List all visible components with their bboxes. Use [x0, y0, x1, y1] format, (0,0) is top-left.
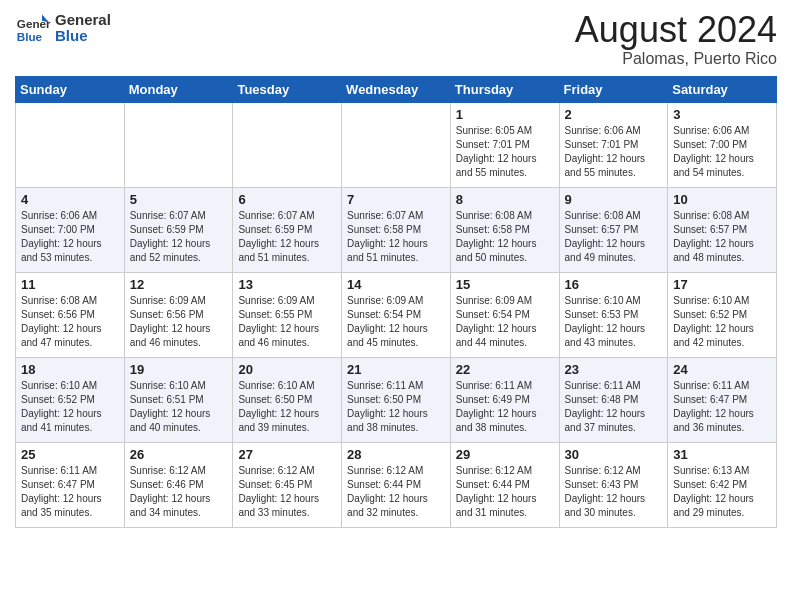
- weekday-header-row: SundayMondayTuesdayWednesdayThursdayFrid…: [16, 76, 777, 102]
- cell-info: Sunrise: 6:10 AM Sunset: 6:51 PM Dayligh…: [130, 379, 228, 435]
- week-row-5: 25Sunrise: 6:11 AM Sunset: 6:47 PM Dayli…: [16, 442, 777, 527]
- weekday-header-wednesday: Wednesday: [342, 76, 451, 102]
- cell-info: Sunrise: 6:11 AM Sunset: 6:49 PM Dayligh…: [456, 379, 554, 435]
- cell-info: Sunrise: 6:13 AM Sunset: 6:42 PM Dayligh…: [673, 464, 771, 520]
- calendar-cell: 10Sunrise: 6:08 AM Sunset: 6:57 PM Dayli…: [668, 187, 777, 272]
- day-number: 27: [238, 447, 336, 462]
- cell-info: Sunrise: 6:08 AM Sunset: 6:58 PM Dayligh…: [456, 209, 554, 265]
- calendar-cell: 15Sunrise: 6:09 AM Sunset: 6:54 PM Dayli…: [450, 272, 559, 357]
- calendar-cell: 22Sunrise: 6:11 AM Sunset: 6:49 PM Dayli…: [450, 357, 559, 442]
- header: General Blue General Blue August 2024 Pa…: [15, 10, 777, 68]
- day-number: 6: [238, 192, 336, 207]
- day-number: 7: [347, 192, 445, 207]
- day-number: 28: [347, 447, 445, 462]
- calendar-cell: 9Sunrise: 6:08 AM Sunset: 6:57 PM Daylig…: [559, 187, 668, 272]
- cell-info: Sunrise: 6:08 AM Sunset: 6:56 PM Dayligh…: [21, 294, 119, 350]
- calendar-cell: 16Sunrise: 6:10 AM Sunset: 6:53 PM Dayli…: [559, 272, 668, 357]
- week-row-4: 18Sunrise: 6:10 AM Sunset: 6:52 PM Dayli…: [16, 357, 777, 442]
- cell-info: Sunrise: 6:11 AM Sunset: 6:50 PM Dayligh…: [347, 379, 445, 435]
- cell-info: Sunrise: 6:12 AM Sunset: 6:43 PM Dayligh…: [565, 464, 663, 520]
- day-number: 24: [673, 362, 771, 377]
- day-number: 4: [21, 192, 119, 207]
- calendar-cell: 26Sunrise: 6:12 AM Sunset: 6:46 PM Dayli…: [124, 442, 233, 527]
- day-number: 19: [130, 362, 228, 377]
- calendar-cell: 4Sunrise: 6:06 AM Sunset: 7:00 PM Daylig…: [16, 187, 125, 272]
- calendar-cell: 13Sunrise: 6:09 AM Sunset: 6:55 PM Dayli…: [233, 272, 342, 357]
- svg-text:Blue: Blue: [17, 30, 43, 43]
- cell-info: Sunrise: 6:10 AM Sunset: 6:50 PM Dayligh…: [238, 379, 336, 435]
- weekday-header-tuesday: Tuesday: [233, 76, 342, 102]
- calendar-cell: [342, 102, 451, 187]
- cell-info: Sunrise: 6:12 AM Sunset: 6:44 PM Dayligh…: [456, 464, 554, 520]
- calendar-cell: 2Sunrise: 6:06 AM Sunset: 7:01 PM Daylig…: [559, 102, 668, 187]
- day-number: 16: [565, 277, 663, 292]
- day-number: 15: [456, 277, 554, 292]
- cell-info: Sunrise: 6:06 AM Sunset: 7:00 PM Dayligh…: [673, 124, 771, 180]
- cell-info: Sunrise: 6:07 AM Sunset: 6:59 PM Dayligh…: [238, 209, 336, 265]
- calendar-cell: 28Sunrise: 6:12 AM Sunset: 6:44 PM Dayli…: [342, 442, 451, 527]
- cell-info: Sunrise: 6:05 AM Sunset: 7:01 PM Dayligh…: [456, 124, 554, 180]
- calendar-cell: 6Sunrise: 6:07 AM Sunset: 6:59 PM Daylig…: [233, 187, 342, 272]
- calendar-cell: 8Sunrise: 6:08 AM Sunset: 6:58 PM Daylig…: [450, 187, 559, 272]
- calendar-cell: 30Sunrise: 6:12 AM Sunset: 6:43 PM Dayli…: [559, 442, 668, 527]
- day-number: 11: [21, 277, 119, 292]
- day-number: 17: [673, 277, 771, 292]
- day-number: 12: [130, 277, 228, 292]
- calendar-cell: 1Sunrise: 6:05 AM Sunset: 7:01 PM Daylig…: [450, 102, 559, 187]
- calendar-cell: 21Sunrise: 6:11 AM Sunset: 6:50 PM Dayli…: [342, 357, 451, 442]
- month-year: August 2024: [575, 10, 777, 50]
- location: Palomas, Puerto Rico: [575, 50, 777, 68]
- week-row-3: 11Sunrise: 6:08 AM Sunset: 6:56 PM Dayli…: [16, 272, 777, 357]
- weekday-header-sunday: Sunday: [16, 76, 125, 102]
- cell-info: Sunrise: 6:10 AM Sunset: 6:52 PM Dayligh…: [21, 379, 119, 435]
- day-number: 8: [456, 192, 554, 207]
- calendar-cell: 24Sunrise: 6:11 AM Sunset: 6:47 PM Dayli…: [668, 357, 777, 442]
- calendar-cell: 11Sunrise: 6:08 AM Sunset: 6:56 PM Dayli…: [16, 272, 125, 357]
- cell-info: Sunrise: 6:12 AM Sunset: 6:46 PM Dayligh…: [130, 464, 228, 520]
- calendar-body: 1Sunrise: 6:05 AM Sunset: 7:01 PM Daylig…: [16, 102, 777, 527]
- cell-info: Sunrise: 6:10 AM Sunset: 6:52 PM Dayligh…: [673, 294, 771, 350]
- calendar-cell: 14Sunrise: 6:09 AM Sunset: 6:54 PM Dayli…: [342, 272, 451, 357]
- calendar-cell: 31Sunrise: 6:13 AM Sunset: 6:42 PM Dayli…: [668, 442, 777, 527]
- calendar-table: SundayMondayTuesdayWednesdayThursdayFrid…: [15, 76, 777, 528]
- day-number: 30: [565, 447, 663, 462]
- calendar-cell: 19Sunrise: 6:10 AM Sunset: 6:51 PM Dayli…: [124, 357, 233, 442]
- day-number: 14: [347, 277, 445, 292]
- calendar-cell: [124, 102, 233, 187]
- calendar-cell: 23Sunrise: 6:11 AM Sunset: 6:48 PM Dayli…: [559, 357, 668, 442]
- cell-info: Sunrise: 6:12 AM Sunset: 6:44 PM Dayligh…: [347, 464, 445, 520]
- day-number: 13: [238, 277, 336, 292]
- calendar-cell: 5Sunrise: 6:07 AM Sunset: 6:59 PM Daylig…: [124, 187, 233, 272]
- weekday-header-monday: Monday: [124, 76, 233, 102]
- cell-info: Sunrise: 6:09 AM Sunset: 6:54 PM Dayligh…: [347, 294, 445, 350]
- day-number: 10: [673, 192, 771, 207]
- day-number: 21: [347, 362, 445, 377]
- calendar-cell: 29Sunrise: 6:12 AM Sunset: 6:44 PM Dayli…: [450, 442, 559, 527]
- logo: General Blue General Blue: [15, 10, 111, 46]
- calendar-cell: [16, 102, 125, 187]
- calendar-cell: 7Sunrise: 6:07 AM Sunset: 6:58 PM Daylig…: [342, 187, 451, 272]
- day-number: 25: [21, 447, 119, 462]
- title-block: August 2024 Palomas, Puerto Rico: [575, 10, 777, 68]
- calendar-cell: 3Sunrise: 6:06 AM Sunset: 7:00 PM Daylig…: [668, 102, 777, 187]
- day-number: 31: [673, 447, 771, 462]
- calendar-cell: 25Sunrise: 6:11 AM Sunset: 6:47 PM Dayli…: [16, 442, 125, 527]
- day-number: 9: [565, 192, 663, 207]
- cell-info: Sunrise: 6:09 AM Sunset: 6:54 PM Dayligh…: [456, 294, 554, 350]
- cell-info: Sunrise: 6:08 AM Sunset: 6:57 PM Dayligh…: [565, 209, 663, 265]
- cell-info: Sunrise: 6:09 AM Sunset: 6:55 PM Dayligh…: [238, 294, 336, 350]
- calendar-cell: 17Sunrise: 6:10 AM Sunset: 6:52 PM Dayli…: [668, 272, 777, 357]
- day-number: 2: [565, 107, 663, 122]
- logo-icon: General Blue: [15, 10, 51, 46]
- cell-info: Sunrise: 6:09 AM Sunset: 6:56 PM Dayligh…: [130, 294, 228, 350]
- day-number: 26: [130, 447, 228, 462]
- calendar-cell: [233, 102, 342, 187]
- logo-blue: Blue: [55, 28, 111, 45]
- day-number: 5: [130, 192, 228, 207]
- weekday-header-friday: Friday: [559, 76, 668, 102]
- calendar-cell: 27Sunrise: 6:12 AM Sunset: 6:45 PM Dayli…: [233, 442, 342, 527]
- cell-info: Sunrise: 6:06 AM Sunset: 7:01 PM Dayligh…: [565, 124, 663, 180]
- cell-info: Sunrise: 6:08 AM Sunset: 6:57 PM Dayligh…: [673, 209, 771, 265]
- day-number: 18: [21, 362, 119, 377]
- logo-general: General: [55, 12, 111, 29]
